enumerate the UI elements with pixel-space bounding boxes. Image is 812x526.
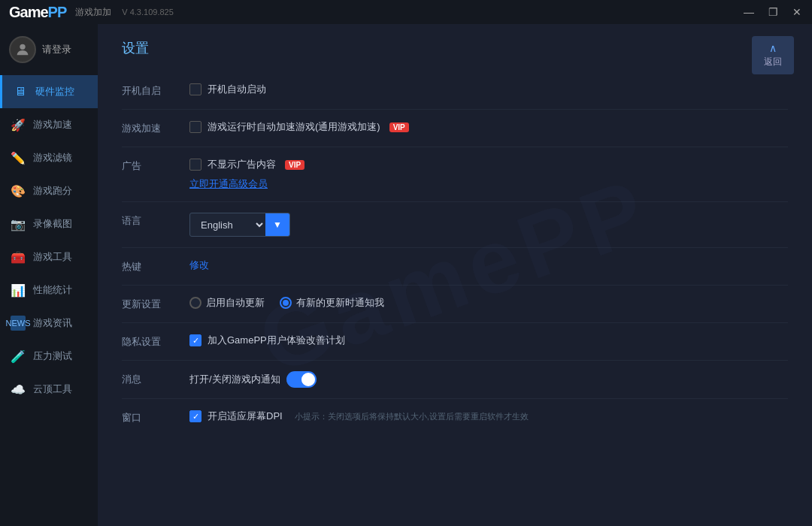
news-icon: NEWS	[11, 316, 26, 331]
back-button[interactable]: ∧ 返回	[752, 36, 794, 74]
sidebar-label-record: 录像截图	[33, 217, 72, 231]
app-version: V 4.3.109.825	[122, 8, 174, 17]
stress-icon: 🧪	[11, 349, 26, 364]
game-boost-checkbox-wrapper[interactable]: 游戏运行时自动加速游戏(通用游戏加速)	[189, 120, 380, 134]
hotkey-row: 热键 修改	[122, 248, 788, 286]
sidebar-item-news[interactable]: NEWS 游戏资讯	[0, 307, 98, 340]
update-row: 更新设置 启用自动更新 有新的更新时通知我	[122, 286, 788, 323]
sidebar-item-perf[interactable]: 📊 性能统计	[0, 274, 98, 307]
sidebar: 请登录 🖥 硬件监控 🚀 游戏加速 ✏️ 游戏滤镜 🎨 游戏跑分 📷 录像截图	[0, 24, 98, 526]
window-content: 开启适应屏幕DPI 小提示：关闭选项后将保持默认大小,设置后需要重启软件才生效	[189, 410, 788, 423]
sidebar-label-perf: 性能统计	[33, 283, 72, 297]
message-toggle[interactable]	[286, 371, 317, 388]
sidebar-label-news: 游戏资讯	[33, 316, 72, 330]
update-content: 启用自动更新 有新的更新时通知我	[189, 296, 788, 310]
cloud-icon: ☁️	[11, 382, 26, 397]
window-checkbox[interactable]	[189, 410, 201, 422]
ad-checkbox[interactable]	[189, 159, 201, 171]
ad-section: 不显示广告内容 VIP 立即开通高级会员	[189, 158, 304, 191]
sidebar-item-boost[interactable]: 🚀 游戏加速	[0, 108, 98, 141]
update-radio2-wrapper[interactable]: 有新的更新时通知我	[280, 296, 384, 310]
tools-icon: 🧰	[11, 249, 26, 265]
hardware-icon: 🖥	[13, 84, 28, 99]
hotkey-modify-button[interactable]: 修改	[189, 258, 209, 272]
window-row: 窗口 开启适应屏幕DPI 小提示：关闭选项后将保持默认大小,设置后需要重启软件才…	[122, 399, 788, 437]
minimize-button[interactable]: —	[743, 6, 755, 18]
boost-icon: 🚀	[11, 117, 26, 132]
sidebar-item-hardware[interactable]: 🖥 硬件监控	[0, 75, 98, 108]
ad-checkbox-wrapper[interactable]: 不显示广告内容	[189, 158, 276, 171]
main-content: GamePP ∧ 返回 设置 开机自启 开机自动启动 游戏加速	[98, 24, 812, 526]
svg-point-0	[20, 44, 25, 50]
game-boost-checkbox-label: 游戏运行时自动加速游戏(通用游戏加速)	[208, 120, 380, 134]
privacy-label: 隐私设置	[122, 334, 189, 349]
sidebar-label-stress: 压力测试	[33, 349, 72, 363]
startup-content: 开机自动启动	[189, 83, 788, 96]
update-radio2-label: 有新的更新时通知我	[296, 296, 384, 310]
privacy-checkbox-wrapper[interactable]: 加入GamePP用户体验改善计划	[189, 334, 345, 347]
logo-icon: GamePP	[9, 4, 66, 21]
game-boost-checkbox[interactable]	[189, 121, 201, 133]
update-radio1-wrapper[interactable]: 启用自动更新	[189, 296, 265, 310]
user-area[interactable]: 请登录	[0, 24, 98, 75]
language-content: English 中文 ▼	[189, 213, 788, 237]
update-label: 更新设置	[122, 296, 189, 311]
sidebar-item-tools[interactable]: 🧰 游戏工具	[0, 240, 98, 274]
user-login-text: 请登录	[42, 43, 71, 56]
window-checkbox-wrapper[interactable]: 开启适应屏幕DPI	[189, 410, 283, 423]
sidebar-label-hardware: 硬件监控	[35, 85, 74, 98]
startup-checkbox[interactable]	[189, 83, 201, 95]
app-logo: GamePP 游戏加加 V 4.3.109.825	[9, 4, 174, 21]
game-boost-content: 游戏运行时自动加速游戏(通用游戏加速) VIP	[189, 120, 788, 134]
privacy-content: 加入GamePP用户体验改善计划	[189, 334, 788, 347]
titlebar: GamePP 游戏加加 V 4.3.109.825 — ❐ ✕	[0, 0, 812, 24]
message-content: 打开/关闭游戏内通知	[189, 371, 788, 388]
sidebar-item-stress[interactable]: 🧪 压力测试	[0, 340, 98, 373]
app-subtitle: 游戏加加	[75, 6, 111, 19]
sidebar-item-record[interactable]: 📷 录像截图	[0, 207, 98, 240]
update-radio1[interactable]	[189, 297, 201, 309]
sidebar-label-score: 游戏跑分	[33, 184, 72, 198]
startup-checkbox-label: 开机自动启动	[208, 83, 266, 96]
close-button[interactable]: ✕	[791, 6, 803, 18]
game-boost-row: 游戏加速 游戏运行时自动加速游戏(通用游戏加速) VIP	[122, 110, 788, 147]
sidebar-label-boost: 游戏加速	[33, 118, 72, 132]
language-select[interactable]: English 中文	[190, 215, 265, 235]
window-checkbox-label: 开启适应屏幕DPI	[208, 410, 283, 423]
privacy-checkbox[interactable]	[189, 334, 201, 346]
window-label: 窗口	[122, 410, 189, 425]
sidebar-label-cloud: 云顶工具	[33, 382, 72, 396]
score-icon: 🎨	[11, 183, 26, 198]
avatar	[9, 36, 36, 63]
ad-label: 广告	[122, 158, 189, 173]
filter-icon: ✏️	[11, 150, 26, 165]
game-boost-vip-badge: VIP	[389, 122, 409, 132]
privacy-row: 隐私设置 加入GamePP用户体验改善计划	[122, 323, 788, 361]
ad-checkbox-label: 不显示广告内容	[208, 158, 276, 171]
window-controls: — ❐ ✕	[743, 6, 803, 18]
language-dropdown-button[interactable]: ▼	[265, 213, 289, 236]
back-label: 返回	[764, 56, 782, 68]
update-radio2[interactable]	[280, 297, 292, 309]
vip-link[interactable]: 立即开通高级会员	[189, 177, 304, 191]
sidebar-label-filter: 游戏滤镜	[33, 151, 72, 165]
back-arrow-icon: ∧	[769, 42, 777, 54]
startup-checkbox-wrapper[interactable]: 开机自动启动	[189, 83, 266, 96]
perf-icon: 📊	[11, 283, 26, 298]
message-row: 消息 打开/关闭游戏内通知	[122, 361, 788, 399]
window-hint: 小提示：关闭选项后将保持默认大小,设置后需要重启软件才生效	[295, 411, 529, 422]
update-radio-group: 启用自动更新 有新的更新时通知我	[189, 296, 384, 310]
page-title: 设置	[122, 39, 788, 57]
sidebar-item-cloud[interactable]: ☁️ 云顶工具	[0, 373, 98, 406]
record-icon: 📷	[11, 216, 26, 231]
nav-menu: 🖥 硬件监控 🚀 游戏加速 ✏️ 游戏滤镜 🎨 游戏跑分 📷 录像截图 🧰	[0, 75, 98, 526]
main-layout: 请登录 🖥 硬件监控 🚀 游戏加速 ✏️ 游戏滤镜 🎨 游戏跑分 📷 录像截图	[0, 24, 812, 526]
startup-row: 开机自启 开机自动启动	[122, 72, 788, 110]
restore-button[interactable]: ❐	[767, 6, 779, 18]
update-radio1-label: 启用自动更新	[206, 296, 265, 310]
game-boost-label: 游戏加速	[122, 120, 189, 135]
message-text: 打开/关闭游戏内通知	[189, 373, 280, 386]
language-select-wrapper[interactable]: English 中文 ▼	[189, 213, 290, 237]
sidebar-item-filter[interactable]: ✏️ 游戏滤镜	[0, 141, 98, 174]
sidebar-item-score[interactable]: 🎨 游戏跑分	[0, 174, 98, 207]
